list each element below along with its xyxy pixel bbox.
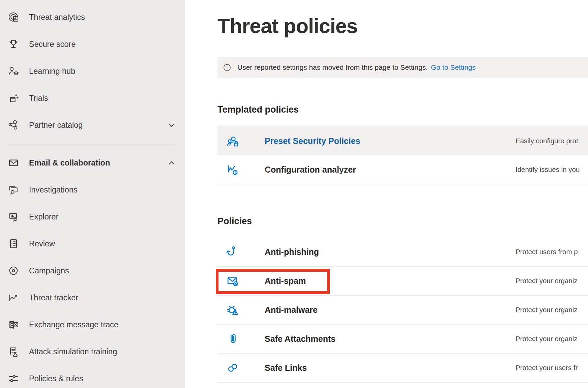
page-title: Threat policies: [217, 14, 358, 38]
sidebar-item-label: Trials: [29, 94, 48, 103]
sidebar-item-learning-hub[interactable]: Learning hub: [0, 58, 185, 85]
sidebar-item-label: Attack simulation training: [29, 347, 117, 356]
sidebar-item-explorer[interactable]: Explorer: [0, 203, 185, 230]
sidebar-item-label: Partner catalog: [29, 121, 83, 130]
sidebar-item-label: Exchange message trace: [29, 320, 118, 329]
section-heading-policies: Policies: [217, 216, 252, 227]
chevron-up-icon[interactable]: [166, 157, 177, 168]
sidebar-item-email-collaboration[interactable]: Email & collaboration: [0, 149, 185, 176]
info-icon: [222, 63, 232, 72]
policy-row-description: Easily configure prot: [516, 137, 588, 145]
chevron-down-icon[interactable]: [166, 120, 177, 130]
threat-tracker-icon: [7, 291, 20, 304]
info-banner: User reported settings has moved from th…: [217, 57, 588, 78]
safe-links-icon: [226, 361, 240, 375]
investigations-icon: [7, 183, 20, 196]
sidebar-divider: [7, 145, 175, 145]
sidebar-item-investigations[interactable]: Investigations: [0, 176, 185, 203]
threat-analytics-icon: [7, 11, 20, 24]
sidebar-item-label: Review: [29, 239, 55, 248]
sidebar-item-threat-analytics[interactable]: Threat analytics: [0, 4, 185, 31]
sidebar-item-label: Threat analytics: [29, 13, 85, 22]
sidebar-item-partner-catalog[interactable]: Partner catalog: [0, 112, 185, 139]
anti-spam-icon: [226, 274, 240, 288]
policy-row-description: Protect your users fr: [516, 364, 588, 372]
sidebar-item-label: Explorer: [29, 212, 59, 221]
sidebar-item-campaigns[interactable]: Campaigns: [0, 257, 185, 284]
sidebar-item-label: Threat tracker: [29, 293, 78, 302]
trials-icon: [7, 92, 20, 105]
policies-rules-icon: [7, 372, 20, 385]
learning-hub-icon: [7, 65, 20, 78]
exchange-message-trace-icon: [7, 318, 20, 331]
sidebar-item-label: Email & collaboration: [29, 158, 110, 168]
policy-row-label[interactable]: Safe Links: [265, 363, 307, 373]
policy-row-description: Protect your organiz: [516, 335, 588, 343]
policy-row-safe-attachments[interactable]: Safe AttachmentsProtect your organiz: [217, 325, 588, 354]
policy-row-label[interactable]: Preset Security Policies: [265, 136, 360, 146]
sidebar-item-attack-simulation-training[interactable]: Attack simulation training: [0, 338, 185, 365]
sidebar-item-exchange-message-trace[interactable]: Exchange message trace: [0, 311, 185, 338]
policy-row-anti-spam[interactable]: Anti-spamProtect your organiz: [217, 267, 588, 296]
policy-row-configuration-analyzer[interactable]: Configuration analyzerIdentify issues in…: [217, 155, 588, 184]
sidebar-item-label: Secure score: [29, 40, 76, 49]
explorer-icon: [7, 210, 20, 223]
preset-security-policies-icon: [226, 134, 240, 148]
policy-row-label[interactable]: Anti-malware: [265, 305, 318, 315]
policy-row-description: Identify issues in you: [516, 166, 588, 174]
sidebar-item-label: Policies & rules: [29, 374, 83, 383]
policy-row-anti-malware[interactable]: Anti-malwareProtect your organiz: [217, 296, 588, 325]
go-to-settings-link[interactable]: Go to Settings: [431, 63, 476, 71]
attack-simulation-training-icon: [7, 345, 20, 358]
policy-row-preset-security-policies[interactable]: Preset Security PoliciesEasily configure…: [217, 126, 588, 155]
safe-attachments-icon: [226, 332, 240, 346]
section-heading-templated-policies: Templated policies: [217, 105, 299, 115]
policy-row-label[interactable]: Configuration analyzer: [265, 165, 356, 175]
policy-row-description: Protect your organiz: [516, 306, 588, 314]
policy-row-label[interactable]: Safe Attachments: [265, 334, 335, 344]
configuration-analyzer-icon: [226, 162, 240, 177]
sidebar-item-trials[interactable]: Trials: [0, 85, 185, 112]
anti-malware-icon: [226, 303, 240, 317]
banner-text: User reported settings has moved from th…: [237, 63, 428, 71]
sidebar-item-threat-tracker[interactable]: Threat tracker: [0, 284, 185, 311]
partner-catalog-icon: [7, 119, 20, 131]
sidebar-item-review[interactable]: Review: [0, 230, 185, 257]
sidebar-item-policies-rules[interactable]: Policies & rules: [0, 365, 185, 388]
sidebar: Threat analyticsSecure scoreLearning hub…: [0, 0, 185, 388]
policy-row-anti-phishing[interactable]: Anti-phishingProtect users from p: [217, 238, 588, 267]
campaigns-icon: [7, 264, 20, 277]
sidebar-item-label: Learning hub: [29, 67, 75, 76]
sidebar-item-secure-score[interactable]: Secure score: [0, 31, 185, 58]
policy-row-label[interactable]: Anti-spam: [265, 276, 306, 286]
secure-score-icon: [7, 38, 20, 51]
sidebar-item-label: Campaigns: [29, 266, 69, 275]
review-icon: [7, 237, 20, 250]
policy-row-description: Protect your organiz: [516, 277, 588, 285]
email-collaboration-icon: [7, 156, 20, 169]
policy-row-label[interactable]: Anti-phishing: [265, 247, 319, 257]
anti-phishing-icon: [226, 245, 240, 259]
sidebar-item-label: Investigations: [29, 185, 78, 195]
policy-row-description: Protect users from p: [516, 248, 588, 256]
policy-row-safe-links[interactable]: Safe LinksProtect your users fr: [217, 354, 588, 383]
